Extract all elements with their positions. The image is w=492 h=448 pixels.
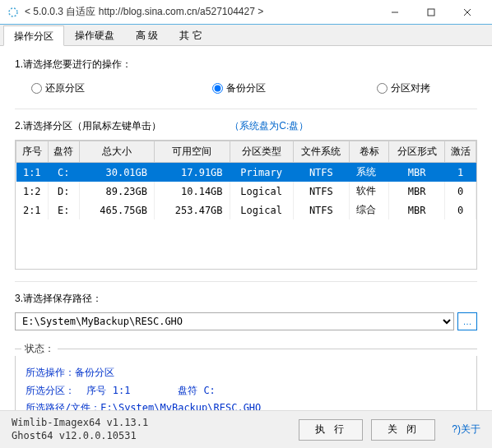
table-header[interactable]: 总大小 [79, 141, 155, 163]
maximize-button[interactable] [413, 0, 449, 25]
table-row[interactable]: 2:1E:465.75GB253.47GBLogicalNTFS综合MBR0 [16, 201, 476, 219]
section2-label: 2.请选择分区（用鼠标左键单击） （系统盘为C:盘） [15, 119, 477, 133]
save-path-input[interactable]: E:\System\MyBackup\RESC.GHO [15, 312, 454, 330]
operation-radios: 还原分区 备份分区 分区对拷 [15, 78, 477, 107]
minimize-button[interactable] [377, 0, 413, 25]
table-row[interactable]: 1:2D:89.23GB10.14GBLogicalNTFS软件MBR0 [16, 182, 476, 201]
footer: Wimlib-Imagex64 v1.13.1 Ghost64 v12.0.0.… [0, 410, 492, 448]
radio-restore[interactable]: 还原分区 [31, 81, 212, 95]
system-disk-hint: （系统盘为C:盘） [230, 120, 309, 132]
table-header[interactable]: 可用空间 [155, 141, 230, 163]
tab-partition[interactable]: 操作分区 [3, 25, 64, 46]
radio-backup[interactable]: 备份分区 [212, 81, 377, 95]
table-row[interactable]: 1:1C:30.01GB17.91GBPrimaryNTFS系统MBR1 [16, 163, 476, 182]
table-header[interactable]: 分区形式 [388, 141, 445, 163]
table-header[interactable]: 序号 [16, 141, 49, 163]
tab-advanced[interactable]: 高 级 [125, 25, 169, 45]
version-info: Wimlib-Imagex64 v1.13.1 Ghost64 v12.0.0.… [12, 417, 299, 442]
table-header[interactable]: 盘符 [49, 141, 79, 163]
section3-label: 3.请选择保存路径： [15, 292, 477, 306]
about-link[interactable]: ?)关于 [452, 423, 480, 436]
close-footer-button[interactable]: 关 闭 [371, 419, 435, 441]
table-header[interactable]: 卷标 [350, 141, 389, 163]
status-legend: 状态： [15, 342, 477, 356]
app-icon [7, 6, 20, 19]
table-header[interactable]: 分区类型 [230, 141, 293, 163]
partition-table[interactable]: 序号盘符总大小可用空间分区类型文件系统卷标分区形式激活 1:1C:30.01GB… [15, 140, 477, 270]
titlebar: < 5.0.0.3 自适应 http://blog.sina.com.cn/a5… [0, 0, 492, 25]
tab-other[interactable]: 其 它 [169, 25, 212, 45]
tab-bar: 操作分区 操作硬盘 高 级 其 它 [0, 25, 492, 46]
window-title: < 5.0.0.3 自适应 http://blog.sina.com.cn/a5… [25, 5, 377, 19]
execute-button[interactable]: 执 行 [299, 419, 363, 441]
svg-rect-2 [428, 9, 434, 16]
table-header[interactable]: 激活 [445, 141, 476, 163]
radio-copy[interactable]: 分区对拷 [377, 81, 430, 95]
browse-button[interactable]: … [457, 312, 477, 330]
tab-disk[interactable]: 操作硬盘 [64, 25, 125, 45]
close-button[interactable] [449, 0, 485, 25]
section1-label: 1.请选择您要进行的操作： [15, 58, 477, 72]
table-header[interactable]: 文件系统 [293, 141, 350, 163]
svg-point-0 [9, 8, 17, 16]
